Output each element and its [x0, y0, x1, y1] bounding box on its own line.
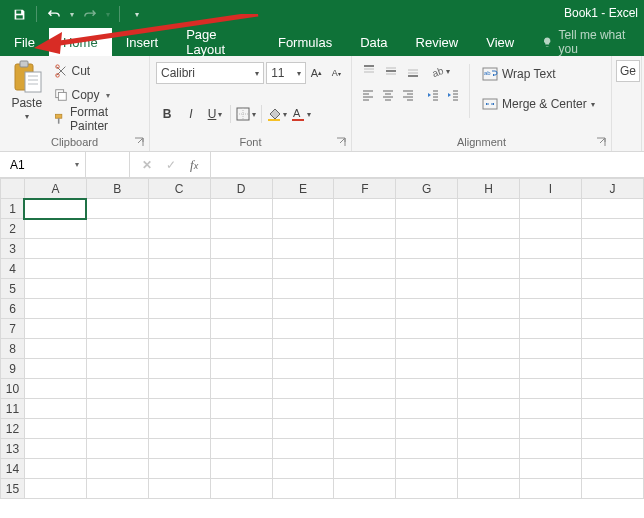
cell[interactable]: [334, 359, 396, 379]
italic-button[interactable]: I: [180, 103, 202, 125]
cell[interactable]: [148, 279, 210, 299]
cell[interactable]: [581, 279, 643, 299]
cell[interactable]: [581, 299, 643, 319]
cell[interactable]: [86, 439, 148, 459]
cell[interactable]: [458, 279, 520, 299]
cell[interactable]: [458, 399, 520, 419]
cell[interactable]: [520, 199, 582, 219]
cell[interactable]: [272, 399, 334, 419]
cell[interactable]: [210, 219, 272, 239]
row-header[interactable]: 3: [1, 239, 25, 259]
clipboard-launcher-icon[interactable]: [133, 136, 145, 148]
cell[interactable]: [520, 279, 582, 299]
cell[interactable]: [272, 279, 334, 299]
align-bottom-button[interactable]: [402, 60, 424, 82]
tab-file[interactable]: File: [0, 28, 49, 56]
cell[interactable]: [210, 339, 272, 359]
cell[interactable]: [581, 259, 643, 279]
decrease-font-button[interactable]: A▾: [327, 64, 345, 82]
align-right-button[interactable]: [398, 84, 418, 106]
cell[interactable]: [581, 359, 643, 379]
cell[interactable]: [148, 439, 210, 459]
cell[interactable]: [520, 439, 582, 459]
cell[interactable]: [396, 239, 458, 259]
tab-review[interactable]: Review: [402, 28, 473, 56]
cell[interactable]: [24, 379, 86, 399]
cell[interactable]: [458, 259, 520, 279]
cell[interactable]: [458, 479, 520, 499]
cell[interactable]: [334, 299, 396, 319]
row-header[interactable]: 8: [1, 339, 25, 359]
cell[interactable]: [334, 479, 396, 499]
cell[interactable]: [24, 439, 86, 459]
cell[interactable]: [396, 319, 458, 339]
cell[interactable]: [520, 379, 582, 399]
cell[interactable]: [24, 479, 86, 499]
row-header[interactable]: 1: [1, 199, 25, 219]
cell[interactable]: [272, 299, 334, 319]
cell[interactable]: [581, 419, 643, 439]
column-header[interactable]: H: [458, 179, 520, 199]
cell[interactable]: [148, 479, 210, 499]
cell[interactable]: [148, 379, 210, 399]
tab-insert[interactable]: Insert: [112, 28, 173, 56]
cell[interactable]: [24, 219, 86, 239]
cell[interactable]: [148, 259, 210, 279]
cell[interactable]: [581, 339, 643, 359]
cell[interactable]: [24, 419, 86, 439]
cell[interactable]: [272, 199, 334, 219]
cell[interactable]: [24, 359, 86, 379]
cell[interactable]: [334, 379, 396, 399]
cell[interactable]: [396, 379, 458, 399]
cell[interactable]: [272, 459, 334, 479]
cell[interactable]: [334, 239, 396, 259]
column-header[interactable]: I: [520, 179, 582, 199]
copy-button[interactable]: Copy ▾: [52, 84, 143, 106]
row-header[interactable]: 9: [1, 359, 25, 379]
cell[interactable]: [520, 239, 582, 259]
cell[interactable]: [581, 379, 643, 399]
cell[interactable]: [24, 339, 86, 359]
cell[interactable]: [458, 379, 520, 399]
cell[interactable]: [272, 339, 334, 359]
cell[interactable]: [396, 459, 458, 479]
underline-button[interactable]: U▾: [204, 103, 226, 125]
cell[interactable]: [458, 239, 520, 259]
cell[interactable]: [148, 359, 210, 379]
tell-me-search[interactable]: Tell me what you: [534, 28, 644, 56]
cell[interactable]: [581, 399, 643, 419]
cell[interactable]: [334, 199, 396, 219]
cell[interactable]: [210, 319, 272, 339]
font-launcher-icon[interactable]: [335, 136, 347, 148]
select-all-corner[interactable]: [1, 179, 25, 199]
row-header[interactable]: 2: [1, 219, 25, 239]
cell[interactable]: [396, 339, 458, 359]
cell[interactable]: [210, 299, 272, 319]
cell[interactable]: [581, 459, 643, 479]
cell[interactable]: [86, 379, 148, 399]
cell[interactable]: [148, 459, 210, 479]
cell[interactable]: [272, 439, 334, 459]
cell[interactable]: [210, 359, 272, 379]
cell[interactable]: [272, 239, 334, 259]
cell[interactable]: [86, 299, 148, 319]
cell[interactable]: [272, 359, 334, 379]
cell[interactable]: [272, 219, 334, 239]
cell[interactable]: [458, 359, 520, 379]
save-icon[interactable]: [8, 3, 30, 25]
qat-customize-dropdown[interactable]: ▾: [126, 3, 148, 25]
column-header[interactable]: F: [334, 179, 396, 199]
cell[interactable]: [272, 419, 334, 439]
cell[interactable]: [334, 319, 396, 339]
cell[interactable]: [520, 419, 582, 439]
spreadsheet-grid[interactable]: ABCDEFGHIJ123456789101112131415: [0, 178, 644, 499]
cell[interactable]: [86, 219, 148, 239]
cell[interactable]: [24, 239, 86, 259]
insert-function-button[interactable]: fx: [190, 157, 198, 173]
cell[interactable]: [334, 219, 396, 239]
cell[interactable]: [396, 279, 458, 299]
cell[interactable]: [148, 219, 210, 239]
column-header[interactable]: G: [396, 179, 458, 199]
cell[interactable]: [86, 319, 148, 339]
cell[interactable]: [396, 259, 458, 279]
